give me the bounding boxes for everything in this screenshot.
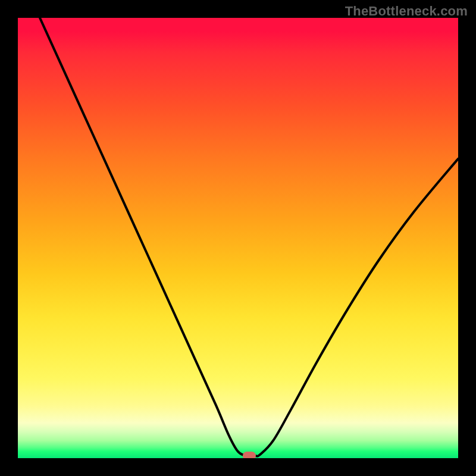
plot-area: [18, 18, 458, 458]
watermark-text: TheBottleneck.com: [345, 4, 468, 19]
current-point-marker: [243, 452, 256, 458]
chart-frame: TheBottleneck.com: [0, 0, 476, 476]
bottleneck-curve: [18, 18, 458, 458]
